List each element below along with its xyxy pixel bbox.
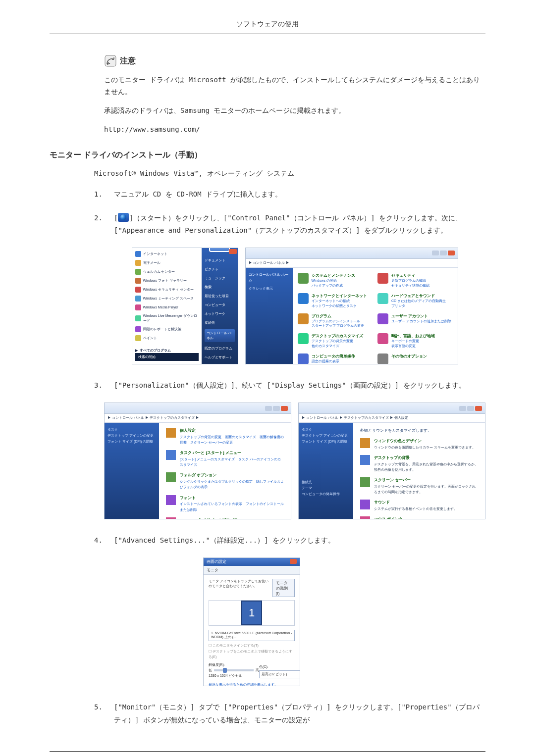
step-1-text: マニュアル CD を CD-ROM ドライブに挿入します。 — [114, 188, 485, 201]
step-4-number: 4. — [94, 534, 104, 547]
note-heading: 注意 — [104, 54, 485, 67]
step-5-number: 5. — [94, 701, 104, 726]
close-icon — [290, 559, 297, 564]
screenshot-display-settings: 画面の設定 モニタ モニタ アイコンをドラッグしてお使いのモニタと合わせてくださ… — [203, 557, 300, 686]
step-1: 1. マニュアル CD を CD-ROM ドライブに挿入します。 — [94, 188, 485, 201]
note-icon — [104, 54, 117, 67]
footer-divider — [50, 751, 485, 752]
svg-rect-0 — [105, 55, 116, 66]
step-5: 5. ["Monitor"（モニタ）] タブで ["Properties"（プロ… — [94, 701, 485, 726]
identify-monitor-button: モニタの識別(I) — [272, 579, 295, 597]
monitor-icon: 1 — [241, 601, 262, 625]
window-controls — [432, 251, 455, 255]
section-title: モニター ドライバのインストール（手動） — [50, 150, 485, 160]
note-paragraph-2: 承認済みのドライバは、Samsung モニターのホームページに掲載されます。 — [104, 105, 485, 117]
step-2: 2. []（スタート）をクリックし、["Control Panel"（コントロー… — [94, 212, 485, 237]
os-intro: Microsoft® Windows Vista™, オペレーティング システム — [94, 169, 485, 178]
control-panel-highlight: コントロール パネル — [205, 329, 235, 342]
best-display-link: 最適な表示を得るための詳細を表示します。 — [209, 682, 295, 686]
screenshot-personalization: ▶ コントロール パネル ▶ デスクトップのカスタマイズ ▶ 個人設定 タスク … — [298, 403, 485, 519]
step-4-text: ["Advanced Settings..."（詳細設定...）] をクリックし… — [114, 534, 485, 547]
start-orb-icon — [118, 213, 129, 222]
close-icon — [229, 249, 237, 254]
note-block: 注意 このモニター ドライバは Microsoft が承認したもので、インストー… — [104, 54, 485, 135]
screenshot-control-panel: ▶ コントロール パネル ▶ コントロール パネル ホーム クラシック表示 シス… — [245, 248, 458, 364]
note-paragraph-1: このモニター ドライバは Microsoft が承認したもので、インストールして… — [104, 74, 485, 98]
resolution-slider — [214, 669, 254, 671]
step-2-number: 2. — [94, 212, 104, 237]
note-label: 注意 — [120, 54, 136, 67]
step-1-number: 1. — [94, 188, 104, 201]
color-select: 最高 (32 ビット) — [259, 670, 300, 678]
step-3-figures: ▶ コントロール パネル ▶ デスクトップのカスタマイズ ▶ タスク デスクトッ… — [104, 403, 485, 519]
step-5-text: ["Monitor"（モニタ）] タブで ["Properties"（プロパティ… — [114, 701, 485, 726]
note-url: http://www.samsung.com/ — [104, 124, 485, 136]
step-4: 4. ["Advanced Settings..."（詳細設定...）] をクリ… — [94, 534, 485, 547]
step-3: 3. ["Personalization"（個人設定）]、続いて ["Displ… — [94, 379, 485, 392]
step-2-text: []（スタート）をクリックし、["Control Panel"（コントロール パ… — [114, 212, 485, 237]
page-header-title: ソフトウェアの使用 — [50, 20, 485, 34]
monitor-select: 1. NVIDIA GeForce 6600 LE (Microsoft Cor… — [209, 630, 295, 641]
step-2-figures: インターネット 電子メール ウェルカム センター Windows フォト ギャラ… — [104, 248, 485, 364]
step-3-number: 3. — [94, 379, 104, 392]
screenshot-customize: ▶ コントロール パネル ▶ デスクトップのカスタマイズ ▶ タスク デスクトッ… — [104, 403, 291, 519]
avatar-icon — [209, 248, 230, 252]
screenshot-start-menu: インターネット 電子メール ウェルカム センター Windows フォト ギャラ… — [132, 248, 238, 364]
step-3-text: ["Personalization"（個人設定）]、続いて ["Display … — [114, 379, 485, 392]
